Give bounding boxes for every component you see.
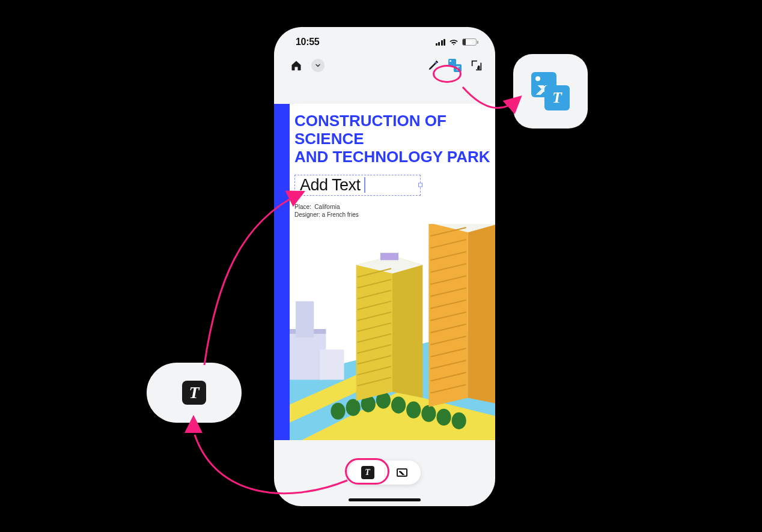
text-tool-icon: T [182,381,206,405]
svg-point-12 [452,413,466,429]
svg-point-11 [436,409,451,426]
highlighter-icon [427,59,440,72]
svg-marker-18 [392,256,422,397]
svg-point-5 [346,399,361,416]
crop-touch-icon [470,59,483,72]
text-tool-icon: T [361,466,374,479]
highlighter-button[interactable] [427,59,440,72]
bottom-dock: T [349,461,421,485]
statusbar-tray: 24 [436,38,479,46]
battery-icon: 24 [462,38,478,46]
add-text-placeholder: Add Text [300,176,361,195]
document-title: CONSTRUCTION OF SCIENCE AND TECHNOLOGY P… [294,112,490,166]
top-toolbar: T [274,53,495,80]
page-spine [274,104,290,440]
add-text-field[interactable]: Add Text [294,175,421,196]
callout-bubble-image-text: T [513,54,588,128]
image-tool-button[interactable] [390,464,414,481]
statusbar: 10:55 24 [274,27,495,53]
callout-bubble-text-tool: T [147,363,242,423]
text-tool-button[interactable]: T [356,464,380,481]
svg-marker-33 [468,224,495,404]
image-text-button[interactable]: T [448,59,462,72]
image-text-icon: T [448,59,462,72]
statusbar-time: 10:55 [296,37,319,47]
svg-point-10 [421,405,436,422]
svg-point-8 [391,397,406,414]
dropdown-button[interactable] [311,59,325,72]
image-tool-icon [397,468,407,477]
home-icon [290,59,302,71]
svg-marker-17 [356,256,392,401]
home-indicator [349,498,421,501]
document-illustration [290,224,495,440]
phone-frame: 10:55 24 [274,27,495,506]
svg-rect-16 [320,349,344,379]
wifi-icon [449,38,459,46]
svg-rect-15 [296,301,314,337]
dock-separator [385,467,385,478]
text-caret [364,177,365,193]
image-text-icon: T [531,72,570,110]
document-viewport[interactable]: CONSTRUCTION OF SCIENCE AND TECHNOLOGY P… [274,104,495,440]
home-button[interactable] [290,59,303,72]
svg-rect-20 [380,253,398,260]
cellular-signal-icon [436,38,446,46]
svg-point-9 [406,402,421,419]
crop-touch-button[interactable] [470,59,483,72]
resize-handle-right[interactable] [418,183,422,187]
chevron-down-icon [314,62,322,69]
document-meta: Place: California Designer: a French fri… [294,203,490,219]
svg-point-4 [331,403,345,420]
